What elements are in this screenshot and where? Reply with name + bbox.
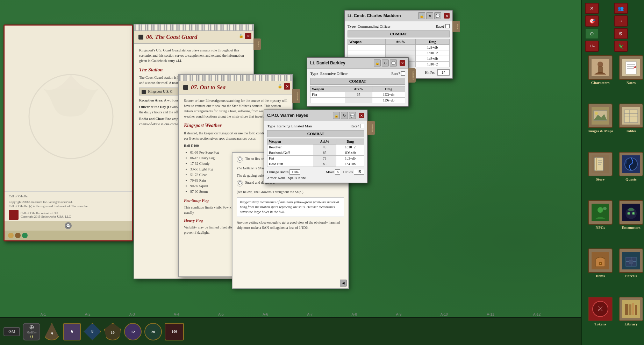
svg-rect-18 (594, 157, 603, 171)
barkley-chat-icon[interactable]: 💬 (390, 59, 397, 66)
hayes-spells: Spells None (288, 176, 306, 180)
maddern-chat-icon[interactable]: 💬 (434, 12, 441, 19)
sidebar-item-tokens[interactable]: ⚔ Tokens (586, 297, 614, 342)
d10-button[interactable]: 10 (104, 323, 121, 340)
hayes-w2-dmg: 1D8+db (336, 150, 364, 156)
d8-button[interactable]: 8 (84, 323, 101, 340)
sidebar-item-npcs[interactable]: NPCs (586, 200, 614, 246)
sidebar-item-notes[interactable]: Notes (617, 55, 643, 101)
notebook-1-close[interactable]: ✕ (245, 33, 251, 39)
sidebar-item-tables[interactable]: Tables (617, 104, 643, 149)
monster-button[interactable]: 🦎 (614, 41, 628, 52)
maddern-name: Lt. Cmdr. Charles Maddern (348, 13, 416, 18)
plusminus-button[interactable]: +/- (585, 41, 599, 52)
sidebar-item-parcels[interactable]: Parcels (617, 248, 643, 294)
hayes-w4-atk: 65 (313, 161, 336, 167)
svg-text:⚔: ⚔ (597, 305, 603, 312)
notebook-2-tab[interactable]: Ainsdale (292, 89, 300, 103)
notebook-2-close[interactable]: ✕ (284, 83, 290, 90)
sidebar-item-library[interactable]: Library (617, 297, 643, 342)
svg-rect-13 (624, 110, 638, 122)
hayes-weapon-row-2: Boathook/Gaff 65 1D8+db (267, 150, 364, 156)
hayes-hp-input[interactable] (354, 169, 364, 175)
hayes-refresh-icon[interactable]: ↻ (341, 112, 348, 119)
hayes-move: Move 6 (326, 169, 340, 175)
hayes-close[interactable]: ✕ (359, 113, 364, 118)
d100-button[interactable]: 100 (165, 323, 184, 340)
barkley-refresh-icon[interactable]: ↻ (382, 59, 389, 66)
notes-label: Notes (627, 80, 636, 85)
d4-button[interactable]: 4 (43, 323, 60, 340)
barkley-type-label: Type (310, 71, 318, 76)
maddern-w2-dmg: 1d10+2 (415, 50, 449, 56)
d12-label: 12 (131, 330, 135, 334)
library-label: Library (624, 322, 637, 326)
maddern-refresh-icon[interactable]: ↻ (426, 12, 433, 19)
barkley-w2-dmg: 1D6+db (372, 98, 405, 103)
growths-ref: (see below, The Growths Throughout the S… (237, 189, 344, 195)
barkley-combat-table: Weapon Atk% Dmg Fist 65 1D3+db 1D6+db (310, 86, 405, 103)
svg-rect-48 (625, 304, 628, 315)
hayes-lock-icon[interactable]: 🔒 (333, 112, 340, 119)
maddern-close[interactable]: ✕ (444, 13, 450, 19)
sidebar-item-images[interactable]: Images & Maps (586, 104, 614, 149)
d6-button[interactable]: 6 (63, 323, 81, 340)
barkley-close[interactable]: ✕ (400, 60, 405, 66)
d12-button[interactable]: 12 (124, 323, 142, 340)
maddern-side-tab[interactable]: Mace (452, 21, 460, 32)
barkley-weapon-row-2: 1D6+db (310, 98, 405, 103)
d4-label: 4 (51, 331, 53, 336)
hayes-hitpts: Hit Pts (343, 169, 364, 175)
barkley-w1-atk: 65 (345, 92, 372, 98)
copyright-2: Copyright 2008 Chaosium Inc.; all rights… (9, 200, 128, 204)
page-turn-button[interactable]: ◄ (340, 280, 347, 287)
barkley-race: Race? (392, 71, 405, 76)
sidebar-item-items[interactable]: Items (586, 248, 614, 294)
maddern-weapon-row-1: 1d3+db (348, 45, 450, 50)
segment-a3: A-3 (129, 312, 135, 316)
d20-button[interactable]: 20 (144, 323, 162, 340)
barkley-lock-icon[interactable]: 🔒 (374, 59, 381, 66)
maddern-w3-dmg: 1d8+db (415, 56, 449, 62)
gm-badge[interactable]: GM (3, 327, 20, 336)
barkley-atk-col: Atk% (345, 86, 372, 92)
gear-button[interactable]: ⚙ (614, 28, 628, 39)
barkley-weapon-row-1: Fist 65 1D3+db (310, 92, 405, 98)
notebook-1-intro: Kingsport's U.S. Coast Guard station pla… (139, 48, 249, 63)
quests-label: Quests (625, 177, 637, 181)
modifier-button[interactable]: ⊕ Modifier 0 (23, 323, 40, 340)
segment-a11: A-11 (487, 312, 494, 316)
notebook-1-tab[interactable]: Mace (253, 38, 261, 50)
arrow-button[interactable]: → (614, 15, 628, 27)
hayes-chat-icon[interactable]: 💬 (349, 112, 356, 119)
tab-icon-3 (22, 233, 28, 238)
maddern-lock-icon[interactable]: 🔒 (418, 12, 425, 19)
barkley-race-check[interactable] (401, 71, 405, 76)
barkley-w1-name: Fist (310, 92, 345, 98)
hayes-side-tab[interactable]: Ainsdale (367, 121, 375, 135)
sidebar-item-encounters[interactable]: Encounters (617, 200, 643, 246)
panel-chat-icon[interactable]: 💬 (65, 222, 72, 229)
barkley-side-tab[interactable]: Ainsdale (408, 68, 416, 83)
sword-button[interactable]: ✕ (585, 3, 599, 14)
sidebar-item-quests[interactable]: Quests (617, 152, 643, 197)
hayes-race-check[interactable] (360, 124, 364, 128)
station-title: The Station (139, 66, 249, 73)
users-button[interactable]: 👥 (614, 3, 628, 14)
tab-icon-2 (15, 233, 21, 238)
target-button[interactable]: 🎯 (585, 15, 599, 27)
sun-button[interactable]: ⊙ (585, 28, 599, 39)
ruleset-1: Call of Cthulhu ruleset v3.3.0 (21, 211, 71, 215)
hayes-w1-dmg: 1d10+2 (336, 145, 364, 150)
notebook-1-icon (138, 35, 143, 40)
svg-rect-43 (629, 260, 633, 264)
sidebar-item-characters[interactable]: Characters (586, 55, 614, 101)
hayes-w3-name: Fist (267, 156, 313, 161)
svg-rect-51 (635, 305, 637, 315)
maddern-hp-input[interactable] (437, 69, 450, 76)
maddern-race-check[interactable] (445, 24, 450, 28)
segment-a8: A-8 (352, 312, 357, 316)
notebook-2-header: 07. Out to Sea 🔒 ✕ (179, 81, 292, 94)
sidebar-item-story[interactable]: Story (586, 152, 614, 197)
notebook-2-title: 07. Out to Sea (191, 84, 226, 91)
